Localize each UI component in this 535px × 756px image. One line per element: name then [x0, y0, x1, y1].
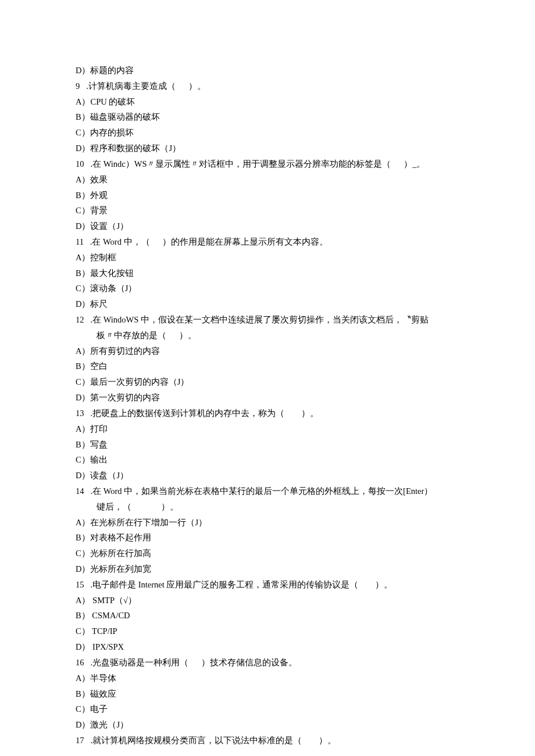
- text-line: 键后，（ ）。: [76, 499, 459, 515]
- text-line: 11 .在 Word 中，（ ）的作用是能在屏幕上显示所有文本内容。: [76, 234, 459, 250]
- text-line: 10 .在 Windc）WS〃显示属性〃对话框中，用于调整显示器分辨率功能的标签…: [76, 156, 459, 172]
- text-line: 14 .在 Word 中，如果当前光标在表格中某行的最后一个单元格的外框线上，每…: [76, 483, 459, 499]
- text-line: 17 .就计算机网络按规模分类而言，以下说法中标准的是（ ）。: [76, 733, 459, 748]
- text-line: C）光标所在行加高: [76, 546, 459, 561]
- document-body: D）标题的内容9 .计算机病毒主要造成（ ）。A）CPU 的破坏B）磁盘驱动器的…: [76, 63, 459, 748]
- text-line: B）磁盘驱动器的破坏: [76, 109, 459, 125]
- text-line: A）所有剪切过的内容: [76, 343, 459, 359]
- text-line: 12 .在 WindoWS 中，假设在某一文档中连续进展了屡次剪切操作，当关闭该…: [76, 312, 459, 328]
- text-line: 13 .把硬盘上的数据传送到计算机的内存中去，称为（ ）。: [76, 406, 459, 421]
- text-line: C）输出: [76, 452, 459, 468]
- text-line: B）对表格不起作用: [76, 530, 459, 546]
- text-line: D）激光（J）: [76, 717, 459, 733]
- text-line: D）读盘（J）: [76, 468, 459, 483]
- text-line: A）效果: [76, 172, 459, 188]
- text-line: D）标尺: [76, 296, 459, 312]
- text-line: A）CPU 的破坏: [76, 94, 459, 110]
- text-line: C）电子: [76, 701, 459, 717]
- text-line: C）最后一次剪切的内容（J）: [76, 374, 459, 390]
- text-line: D）设置（J）: [76, 218, 459, 234]
- text-line: D）程序和数据的破坏（J）: [76, 141, 459, 156]
- text-line: A） SMTP（√）: [76, 593, 459, 608]
- text-line: B）最大化按钮: [76, 266, 459, 281]
- text-line: A）打印: [76, 421, 459, 437]
- text-line: B） CSMA/CD: [76, 608, 459, 624]
- text-line: B）空白: [76, 359, 459, 374]
- text-line: D）标题的内容: [76, 63, 459, 78]
- text-line: B）写盘: [76, 437, 459, 453]
- text-line: C）内存的损坏: [76, 125, 459, 141]
- text-line: C）滚动条（J）: [76, 281, 459, 296]
- text-line: 15 .电子邮件是 Internet 应用最广泛的服务工程，通常采用的传输协议是…: [76, 577, 459, 593]
- text-line: D）第一次剪切的内容: [76, 390, 459, 406]
- text-line: 9 .计算机病毒主要造成（ ）。: [76, 78, 459, 94]
- text-line: C）背景: [76, 203, 459, 218]
- text-line: A）控制框: [76, 250, 459, 266]
- text-line: 16 .光盘驱动器是一种利用（ ）技术存储信息的设备。: [76, 655, 459, 671]
- text-line: 板〃中存放的是（ ）。: [76, 328, 459, 343]
- text-line: D）光标所在列加宽: [76, 561, 459, 577]
- text-line: A）在光标所在行下增加一行（J）: [76, 515, 459, 531]
- text-line: B）外观: [76, 188, 459, 203]
- text-line: A）半导体: [76, 671, 459, 686]
- text-line: C） TCP/IP: [76, 624, 459, 639]
- text-line: B）磁效应: [76, 686, 459, 702]
- text-line: D） IPX/SPX: [76, 639, 459, 655]
